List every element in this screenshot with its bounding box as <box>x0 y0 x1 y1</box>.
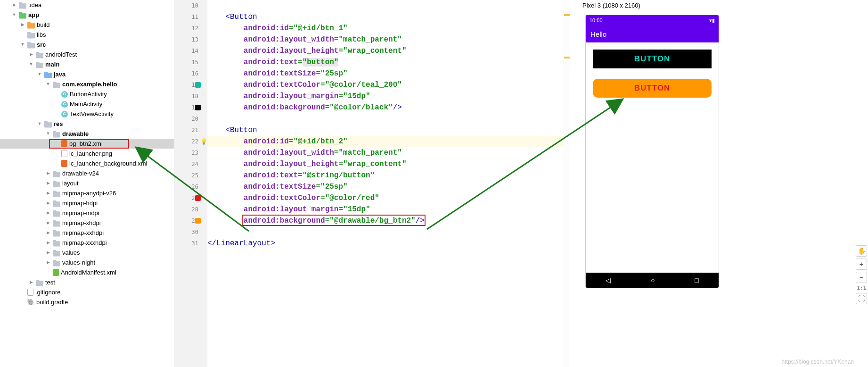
gutter-color-indicator-icon[interactable] <box>195 195 201 201</box>
chevron-down-icon[interactable]: ▼ <box>11 10 17 20</box>
tree-item-mainactivity[interactable]: ▶CMainActivity <box>0 99 174 109</box>
code-line[interactable]: android:layout_height="wrap_content" <box>207 158 565 170</box>
zoom-out-button[interactable]: − <box>856 272 867 283</box>
gutter-line[interactable]: 27 <box>174 192 207 204</box>
code-line[interactable]: android:textSize="25sp" <box>207 68 565 79</box>
chevron-right-icon[interactable]: ▶ <box>45 248 51 258</box>
tree-item-bg-btn2-xml[interactable]: ▶bg_btn2.xml <box>0 139 174 149</box>
tree-item-textviewactivity[interactable]: ▶CTextViewActivity <box>0 109 174 119</box>
chevron-right-icon[interactable]: ▶ <box>45 168 51 178</box>
gutter-line[interactable]: 14 <box>174 45 207 57</box>
chevron-right-icon[interactable]: ▶ <box>28 277 34 287</box>
gutter-line[interactable]: 10 <box>174 0 207 11</box>
code-line[interactable] <box>207 113 565 125</box>
tree-item-values-night[interactable]: ▶values-night <box>0 258 174 267</box>
chevron-down-icon[interactable]: ▼ <box>20 40 25 50</box>
gutter-line[interactable]: 29 <box>174 215 207 226</box>
tree-item-drawable[interactable]: ▼drawable <box>0 129 174 139</box>
gutter-line[interactable]: 17 <box>174 79 207 91</box>
editor-marker-strip[interactable] <box>564 0 569 367</box>
gutter-line[interactable]: 24 <box>174 158 207 170</box>
code-line[interactable]: android:textSize="25sp" <box>207 181 565 192</box>
gutter-color-indicator-icon[interactable] <box>195 218 201 224</box>
gutter-line[interactable]: 11 <box>174 11 207 23</box>
preview-button-2[interactable]: BUTTON <box>593 79 712 98</box>
gutter-color-indicator-icon[interactable] <box>195 82 201 88</box>
code-line[interactable]: android:id="@+id/btn_2" <box>207 136 565 147</box>
tree-item-buttonactivity[interactable]: ▶CButtonActivity <box>0 89 174 99</box>
project-tree[interactable]: ▶.idea▼app▶build▶libs▼src▶androidTest▼ma… <box>0 0 174 367</box>
tree-item-res[interactable]: ▼res <box>0 119 174 129</box>
tree-item-mipmap-xxxhdpi[interactable]: ▶mipmap-xxxhdpi <box>0 238 174 248</box>
gutter-line[interactable]: 20 <box>174 113 207 125</box>
code-line[interactable]: android:background="@drawable/bg_btn2"/> <box>207 215 565 226</box>
tree-item-mipmap-xhdpi[interactable]: ▶mipmap-xhdpi <box>0 218 174 228</box>
zoom-in-button[interactable]: + <box>856 259 867 270</box>
gutter-line[interactable]: 30 <box>174 226 207 238</box>
code-line[interactable]: android:textColor="@color/red" <box>207 192 565 204</box>
code-line[interactable]: android:layout_width="match_parent" <box>207 147 565 158</box>
tree-item-ic-launcher-png[interactable]: ▶ic_launcher.png <box>0 149 174 158</box>
tree-item-main[interactable]: ▼main <box>0 59 174 69</box>
nav-home-icon[interactable]: ○ <box>651 276 655 284</box>
tree-item-androidtest[interactable]: ▶androidTest <box>0 50 174 59</box>
code-line[interactable]: android:layout_margin="15dp" <box>207 91 565 102</box>
preview-button-1[interactable]: BUTTON <box>593 50 712 68</box>
chevron-right-icon[interactable]: ▶ <box>28 50 34 59</box>
tree-item-layout[interactable]: ▶layout <box>0 178 174 188</box>
intention-bulb-icon[interactable]: 💡 <box>200 136 207 147</box>
code-line[interactable]: android:background="@color/black"/> <box>207 102 565 113</box>
chevron-right-icon[interactable]: ▶ <box>45 188 51 198</box>
code-line[interactable] <box>207 0 565 11</box>
chevron-down-icon[interactable]: ▼ <box>37 69 42 79</box>
code-line[interactable]: android:layout_margin="15dp" <box>207 204 565 215</box>
chevron-right-icon[interactable]: ▶ <box>20 20 25 30</box>
code-line[interactable]: android:id="@+id/btn_1" <box>207 23 565 34</box>
editor-code[interactable]: <Button android:id="@+id/btn_1" android:… <box>207 0 565 367</box>
tree-item-mipmap-mdpi[interactable]: ▶mipmap-mdpi <box>0 208 174 218</box>
zoom-fit-button[interactable]: ⛶ <box>856 293 867 304</box>
gutter-line[interactable]: 15 <box>174 57 207 68</box>
gutter-line[interactable]: 12 <box>174 23 207 34</box>
tree-item-mipmap-xxhdpi[interactable]: ▶mipmap-xxhdpi <box>0 228 174 238</box>
gutter-color-indicator-icon[interactable] <box>195 105 201 110</box>
chevron-right-icon[interactable]: ▶ <box>11 0 17 10</box>
chevron-right-icon[interactable]: ▶ <box>45 198 51 208</box>
tree-item-java[interactable]: ▼java <box>0 69 174 79</box>
code-line[interactable]: android:layout_width="match_parent" <box>207 34 565 45</box>
gutter-line[interactable]: 31 <box>174 238 207 249</box>
code-line[interactable]: android:text="@string/button" <box>207 170 565 181</box>
tree-item-com-example-hello[interactable]: ▼com.example.hello <box>0 79 174 89</box>
chevron-down-icon[interactable]: ▼ <box>45 79 51 89</box>
code-line[interactable]: android:textColor="@color/teal_200" <box>207 79 565 91</box>
tree-item-values[interactable]: ▶values <box>0 248 174 258</box>
tree-item-test[interactable]: ▶test <box>0 277 174 287</box>
code-line[interactable]: android:text="button" <box>207 57 565 68</box>
gutter-line[interactable]: 22💡 <box>174 136 207 147</box>
chevron-down-icon[interactable]: ▼ <box>45 129 51 139</box>
nav-recent-icon[interactable]: □ <box>695 276 698 284</box>
code-line[interactable]: android:layout_height="wrap_content" <box>207 45 565 57</box>
gutter-line[interactable]: 26 <box>174 181 207 192</box>
tree-item-mipmap-anydpi-v26[interactable]: ▶mipmap-anydpi-v26 <box>0 188 174 198</box>
tree-item--idea[interactable]: ▶.idea <box>0 0 174 10</box>
chevron-right-icon[interactable]: ▶ <box>45 218 51 228</box>
tree-item-ic-launcher-background-xml[interactable]: ▶ic_launcher_background.xml <box>0 158 174 168</box>
gutter-line[interactable]: 16 <box>174 68 207 79</box>
code-line[interactable] <box>207 226 565 238</box>
pan-tool-button[interactable]: ✋ <box>856 245 867 257</box>
code-line[interactable]: <Button <box>207 11 565 23</box>
tree-item-drawable-v24[interactable]: ▶drawable-v24 <box>0 168 174 178</box>
chevron-down-icon[interactable]: ▼ <box>28 59 34 69</box>
chevron-right-icon[interactable]: ▶ <box>45 178 51 188</box>
tree-item-mipmap-hdpi[interactable]: ▶mipmap-hdpi <box>0 198 174 208</box>
tree-item-build[interactable]: ▶build <box>0 20 174 30</box>
gutter-line[interactable]: 25 <box>174 170 207 181</box>
chevron-right-icon[interactable]: ▶ <box>45 258 51 267</box>
gutter-line[interactable]: 28 <box>174 204 207 215</box>
gutter-line[interactable]: 19 <box>174 102 207 113</box>
code-line[interactable]: </LinearLayout> <box>207 238 565 249</box>
tree-item--gitignore[interactable]: ▶.gitignore <box>0 287 174 297</box>
tree-item-build-gradle[interactable]: ▶🐘build.gradle <box>0 297 174 307</box>
tree-item-androidmanifest-xml[interactable]: ▶AndroidManifest.xml <box>0 267 174 277</box>
